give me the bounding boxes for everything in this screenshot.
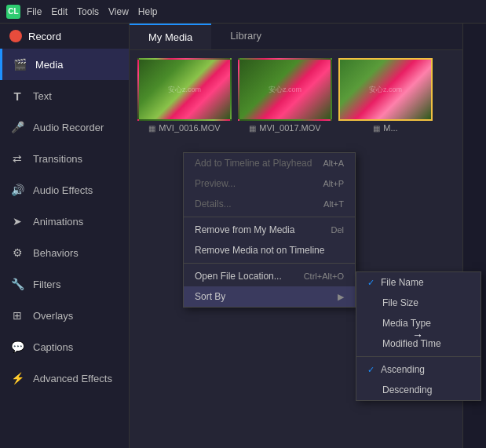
sort-item-modified-time[interactable]: Modified Time [356, 333, 481, 354]
record-icon [9, 30, 22, 42]
tab-bar: My Media Library [130, 24, 462, 50]
ctx-remove-not-timeline-label: Remove Media not on Timeline [195, 245, 324, 256]
content-area: My Media Library 安心z.com ▦ MVI_0016.MOV … [130, 24, 462, 448]
sidebar-label-overlays: Overlays [33, 310, 73, 322]
sidebar: Record 🎬 Media T Text 🎤 Audio Recorder ⇄… [0, 24, 130, 448]
sidebar-label-captions: Captions [33, 341, 73, 353]
tab-my-media[interactable]: My Media [130, 24, 211, 49]
sort-media-type-label: Media Type [382, 318, 431, 329]
sidebar-item-audio-recorder[interactable]: 🎤 Audio Recorder [0, 111, 129, 143]
text-icon: T [9, 88, 25, 104]
context-menu: Add to Timeline at Playhead Alt+A Previe… [183, 152, 356, 308]
menu-view[interactable]: View [108, 6, 129, 17]
ctx-sort-by-label: Sort By [195, 291, 225, 302]
menu-tools[interactable]: Tools [77, 6, 99, 17]
media-item-2[interactable]: 安心z.com ▦ MVI_0017.MOV [238, 58, 332, 133]
record-button[interactable]: Record [0, 24, 129, 49]
ctx-add-timeline[interactable]: Add to Timeline at Playhead Alt+A [184, 153, 355, 173]
sort-separator [356, 356, 481, 357]
menu-help[interactable]: Help [138, 6, 158, 17]
sidebar-item-transitions[interactable]: ⇄ Transitions [0, 143, 129, 174]
ctx-open-file-location-shortcut: Ctrl+Alt+O [304, 271, 344, 281]
film-icon-2: ▦ [249, 124, 256, 133]
sort-descending-label: Descending [382, 384, 432, 395]
behaviors-icon: ⚙ [9, 245, 25, 260]
ctx-sort-by-arrow: ▶ [338, 292, 344, 302]
sidebar-label-transitions: Transitions [33, 153, 82, 165]
sidebar-label-audio-effects: Audio Effects [33, 184, 93, 196]
sidebar-item-animations[interactable]: ➤ Animations [0, 206, 129, 237]
captions-icon: 💬 [9, 339, 25, 355]
record-label: Record [28, 31, 61, 42]
sidebar-item-behaviors[interactable]: ⚙ Behaviors [0, 237, 129, 268]
app-logo: CL [6, 5, 20, 19]
film-icon-1: ▦ [148, 124, 155, 133]
sort-item-ascending[interactable]: Ascending [356, 359, 481, 380]
sidebar-item-audio-effects[interactable]: 🔊 Audio Effects [0, 174, 129, 206]
sidebar-label-advanced-effects: Advanced Effects [33, 373, 112, 384]
ctx-remove-not-timeline[interactable]: Remove Media not on Timeline [184, 240, 355, 260]
film-icon-3: ▦ [373, 124, 380, 133]
sidebar-label-audio-recorder: Audio Recorder [33, 122, 104, 133]
ctx-add-timeline-shortcut: Alt+A [323, 158, 344, 168]
sidebar-label-animations: Animations [33, 216, 83, 228]
media-thumb-1: 安心z.com [137, 58, 232, 121]
menu-bar[interactable]: File Edit Tools View Help [27, 6, 158, 17]
menu-file[interactable]: File [27, 6, 42, 17]
menu-edit[interactable]: Edit [51, 6, 68, 17]
ctx-details[interactable]: Details... Alt+T [184, 194, 355, 214]
audio-effects-icon: 🔊 [9, 182, 25, 198]
sort-item-file-size[interactable]: File Size [356, 293, 481, 313]
sort-modified-time-label: Modified Time [382, 338, 441, 349]
sort-file-name-label: File Name [381, 277, 424, 288]
sort-item-file-name[interactable]: File Name [356, 272, 481, 293]
media-thumb-3: 安心z.com [338, 58, 433, 121]
ctx-remove-my-media-shortcut: Del [331, 225, 344, 235]
overlays-icon: ⊞ [9, 308, 25, 323]
ctx-separator-1 [184, 217, 355, 217]
media-label-3: ▦ M... [373, 123, 397, 133]
watermark-2: 安心z.com [269, 85, 301, 95]
ctx-open-file-location[interactable]: Open File Location... Ctrl+Alt+O [184, 266, 355, 286]
ctx-add-timeline-label: Add to Timeline at Playhead [195, 158, 312, 169]
ctx-remove-my-media-label: Remove from My Media [195, 224, 294, 235]
ctx-separator-2 [184, 263, 355, 264]
media-label-2: ▦ MVI_0017.MOV [249, 123, 320, 133]
ctx-open-file-location-label: Open File Location... [195, 271, 282, 282]
sidebar-item-media[interactable]: 🎬 Media [0, 49, 129, 80]
watermark-3: 安心z.com [369, 85, 402, 95]
media-grid: 安心z.com ▦ MVI_0016.MOV 安心z.com ▦ MVI_001… [130, 50, 462, 140]
sidebar-item-captions[interactable]: 💬 Captions [0, 331, 129, 362]
transitions-icon: ⇄ [9, 151, 25, 166]
ctx-preview-shortcut: Alt+P [323, 179, 344, 188]
media-item-3[interactable]: 安心z.com ▦ M... [338, 58, 433, 133]
sidebar-label-filters: Filters [33, 279, 60, 290]
filters-icon: 🔧 [9, 276, 25, 292]
title-bar: CL File Edit Tools View Help [0, 0, 486, 24]
sort-item-media-type[interactable]: Media Type [356, 313, 481, 333]
ctx-preview[interactable]: Preview... Alt+P [184, 173, 355, 194]
audio-recorder-icon: 🎤 [9, 119, 25, 135]
sidebar-label-text: Text [33, 90, 52, 102]
sidebar-item-text[interactable]: T Text [0, 80, 129, 111]
sidebar-label-behaviors: Behaviors [33, 247, 79, 259]
sort-item-descending[interactable]: Descending [356, 380, 481, 400]
media-item-1[interactable]: 安心z.com ▦ MVI_0016.MOV [137, 58, 232, 133]
sidebar-item-advanced-effects[interactable]: ⚡ Advanced Effects [0, 362, 129, 394]
media-icon: 🎬 [12, 56, 27, 72]
ctx-details-shortcut: Alt+T [323, 199, 344, 209]
ctx-preview-label: Preview... [195, 178, 236, 189]
media-thumb-2: 安心z.com [238, 58, 332, 121]
ctx-sort-by[interactable]: Sort By ▶ [184, 286, 355, 307]
media-label-1: ▦ MVI_0016.MOV [148, 123, 220, 133]
sidebar-label-media: Media [35, 59, 63, 71]
sidebar-item-overlays[interactable]: ⊞ Overlays [0, 300, 129, 331]
sort-file-size-label: File Size [382, 297, 418, 308]
animations-icon: ➤ [9, 213, 25, 229]
tab-library[interactable]: Library [211, 24, 280, 49]
sidebar-item-filters[interactable]: 🔧 Filters [0, 268, 129, 300]
ctx-remove-my-media[interactable]: Remove from My Media Del [184, 220, 355, 240]
watermark-1: 安心z.com [168, 85, 201, 95]
ctx-details-label: Details... [195, 199, 232, 209]
sort-ascending-label: Ascending [381, 364, 425, 375]
